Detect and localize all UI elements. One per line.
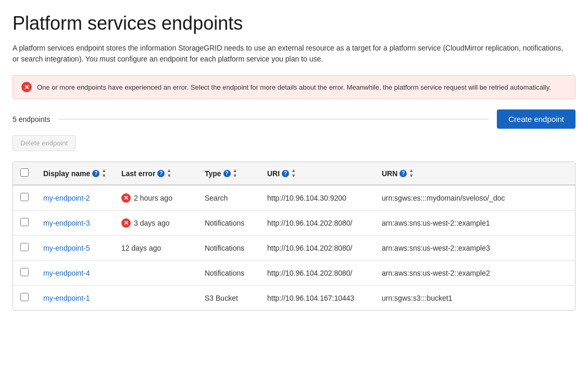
- delete-endpoint-button: Delete endpoint: [12, 135, 76, 151]
- col-uri-label: URI: [267, 169, 280, 178]
- row-type: Notifications: [197, 211, 260, 236]
- row-name: my-endpoint-4: [36, 261, 114, 286]
- col-header-uri: URI ? ▲▼: [260, 162, 374, 185]
- row-checkbox-cell: [13, 286, 36, 311]
- row-last-error: 12 days ago: [114, 236, 197, 261]
- table-header-row: Display name ? ▲▼ Last error ? ▲▼ Type: [13, 162, 575, 185]
- row-urn: arn:aws:sns:us-west-2::example1: [374, 211, 575, 236]
- row-urn: urn:sgws:s3:::bucket1: [374, 286, 575, 311]
- col-last-error-help-icon[interactable]: ?: [157, 170, 165, 177]
- error-alert-text: One or more endpoints have experienced a…: [37, 83, 551, 91]
- col-urn-label: URN: [382, 169, 397, 178]
- col-urn-help-icon[interactable]: ?: [399, 170, 407, 177]
- select-all-cell: [13, 162, 36, 185]
- table-body: my-endpoint-2✕2 hours agoSearchhttp://10…: [13, 185, 575, 310]
- row-name: my-endpoint-2: [36, 185, 114, 211]
- row-uri: http://10.96.104.202:8080/: [260, 261, 374, 286]
- row-uri: http://10.96.104.202:8080/: [260, 211, 374, 236]
- row-checkbox[interactable]: [20, 243, 29, 251]
- col-name-label: Display name: [43, 169, 90, 178]
- endpoints-table: Display name ? ▲▼ Last error ? ▲▼ Type: [13, 162, 575, 310]
- table-row[interactable]: my-endpoint-1S3 Buckethttp://10.96.104.1…: [13, 286, 575, 311]
- col-last-error-sort-icon[interactable]: ▲▼: [167, 168, 171, 178]
- svg-text:✕: ✕: [123, 219, 129, 226]
- error-alert: ✕ One or more endpoints have experienced…: [12, 75, 576, 99]
- col-type-sort-icon[interactable]: ▲▼: [233, 168, 237, 178]
- row-last-error-text: 2 hours ago: [134, 194, 172, 202]
- error-alert-icon: ✕: [21, 82, 32, 92]
- row-last-error: [114, 261, 197, 286]
- col-header-urn: URN ? ▲▼: [374, 162, 575, 185]
- table-row[interactable]: my-endpoint-512 days agoNotificationshtt…: [13, 236, 575, 261]
- endpoints-table-container: Display name ? ▲▼ Last error ? ▲▼ Type: [12, 162, 576, 311]
- row-type: S3 Bucket: [197, 286, 260, 311]
- svg-text:✕: ✕: [24, 83, 30, 91]
- table-row[interactable]: my-endpoint-2✕2 hours agoSearchhttp://10…: [13, 185, 575, 211]
- col-uri-sort-icon[interactable]: ▲▼: [291, 168, 296, 178]
- row-urn: arn:aws:sns:us-west-2::example3: [374, 236, 575, 261]
- col-last-error-label: Last error: [121, 169, 155, 178]
- row-uri: http://10.96.104.30:9200: [260, 185, 374, 211]
- row-type: Notifications: [197, 236, 260, 261]
- row-error-icon: ✕: [121, 193, 131, 203]
- row-name: my-endpoint-3: [36, 211, 114, 236]
- row-last-error: ✕2 hours ago: [114, 185, 197, 211]
- col-header-type: Type ? ▲▼: [197, 162, 260, 185]
- row-checkbox[interactable]: [20, 193, 29, 201]
- row-checkbox[interactable]: [20, 293, 29, 301]
- table-row[interactable]: my-endpoint-3✕3 days agoNotificationshtt…: [13, 211, 575, 236]
- col-urn-sort-icon[interactable]: ▲▼: [409, 168, 414, 178]
- row-checkbox[interactable]: [20, 268, 29, 276]
- row-error-icon: ✕: [121, 218, 131, 228]
- toolbar: 5 endpoints Create endpoint: [12, 109, 576, 129]
- endpoint-count: 5 endpoints: [12, 115, 50, 124]
- row-last-error-text: 3 days ago: [134, 219, 170, 227]
- page-title: Platform services endpoints: [12, 13, 576, 34]
- table-row[interactable]: my-endpoint-4Notificationshttp://10.96.1…: [13, 261, 575, 286]
- toolbar-left: 5 endpoints: [12, 115, 497, 124]
- row-urn: arn:aws:sns:us-west-2::example2: [374, 261, 575, 286]
- create-endpoint-button[interactable]: Create endpoint: [497, 109, 576, 129]
- col-name-sort-icon[interactable]: ▲▼: [102, 168, 106, 178]
- col-name-help-icon[interactable]: ?: [92, 170, 99, 177]
- row-checkbox[interactable]: [20, 218, 29, 226]
- row-checkbox-cell: [13, 236, 36, 261]
- select-all-checkbox[interactable]: [20, 168, 29, 177]
- row-name: my-endpoint-1: [36, 286, 114, 311]
- col-header-last-error: Last error ? ▲▼: [114, 162, 197, 185]
- row-urn: urn:sgws:es:::mydomain/sveloso/_doc: [374, 185, 575, 211]
- row-type: Notifications: [197, 261, 260, 286]
- row-last-error: [114, 286, 197, 311]
- row-type: Search: [197, 185, 260, 211]
- row-checkbox-cell: [13, 211, 36, 236]
- row-checkbox-cell: [13, 261, 36, 286]
- row-uri: http://10.96.104.202:8080/: [260, 236, 374, 261]
- row-uri: http://10.96.104.167:10443: [260, 286, 374, 311]
- row-last-error: ✕3 days ago: [114, 211, 197, 236]
- row-name: my-endpoint-5: [36, 236, 114, 261]
- col-header-name: Display name ? ▲▼: [36, 162, 114, 185]
- svg-text:✕: ✕: [123, 194, 129, 201]
- col-type-label: Type: [205, 169, 221, 178]
- row-checkbox-cell: [13, 185, 36, 211]
- divider: [58, 119, 489, 119]
- page-description: A platform services endpoint stores the …: [12, 43, 565, 65]
- row-last-error-text: 12 days ago: [121, 244, 161, 252]
- col-uri-help-icon[interactable]: ?: [282, 170, 289, 177]
- col-type-help-icon[interactable]: ?: [223, 170, 231, 177]
